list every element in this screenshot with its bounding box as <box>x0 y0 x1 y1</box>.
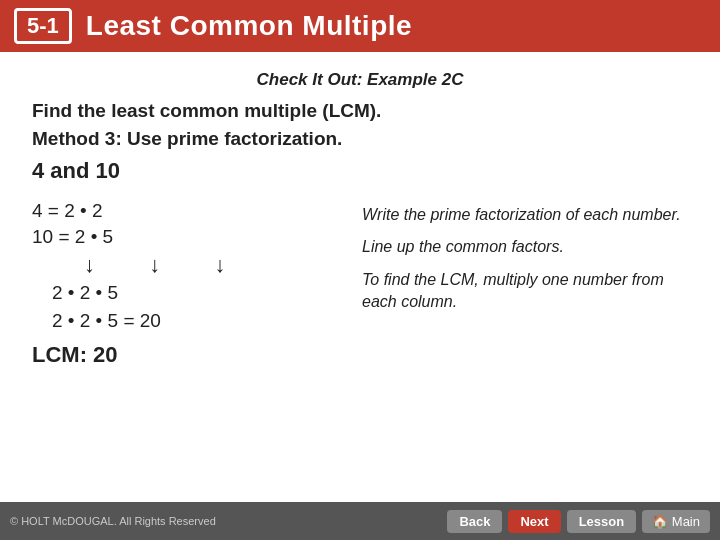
product-line-1: 2 • 2 • 5 <box>52 282 332 304</box>
explanation-2: Line up the common factors. <box>362 236 688 258</box>
lesson-button[interactable]: Lesson <box>567 510 637 533</box>
content-area: Check It Out: Example 2C Find the least … <box>0 52 720 388</box>
math-line-2: 10 = 2 • 5 <box>32 226 332 248</box>
next-button[interactable]: Next <box>508 510 560 533</box>
lesson-badge: 5-1 <box>14 8 72 44</box>
math-line-1: 4 = 2 • 2 <box>32 200 332 222</box>
two-column-layout: 4 = 2 • 2 10 = 2 • 5 ↓ ↓ ↓ 2 • 2 • 5 2 •… <box>32 200 688 368</box>
explanation-col: Write the prime factorization of each nu… <box>362 200 688 324</box>
header: 5-1 Least Common Multiple <box>0 0 720 52</box>
lcm-result: LCM: 20 <box>32 342 332 368</box>
home-icon: 🏠 <box>652 514 668 529</box>
back-button[interactable]: Back <box>447 510 502 533</box>
explanation-1: Write the prime factorization of each nu… <box>362 204 688 226</box>
footer-bar: © HOLT McDOUGAL. All Rights Reserved Bac… <box>0 502 720 540</box>
arrow-row: ↓ ↓ ↓ <box>84 252 332 278</box>
explanation-3: To find the LCM, multiply one number fro… <box>362 269 688 314</box>
lesson-title: Least Common Multiple <box>86 10 412 42</box>
subtitle: Check It Out: Example 2C <box>32 70 688 90</box>
math-work: 4 = 2 • 2 10 = 2 • 5 ↓ ↓ ↓ 2 • 2 • 5 2 •… <box>32 200 332 368</box>
problem-title: 4 and 10 <box>32 158 688 184</box>
copyright: © HOLT McDOUGAL. All Rights Reserved <box>10 515 216 527</box>
nav-buttons: Back Next Lesson 🏠 Main <box>447 510 710 533</box>
main-button[interactable]: 🏠 Main <box>642 510 710 533</box>
main-instruction: Find the least common multiple (LCM). <box>32 100 688 122</box>
product-line-2: 2 • 2 • 5 = 20 <box>52 310 332 332</box>
method-line: Method 3: Use prime factorization. <box>32 128 688 150</box>
